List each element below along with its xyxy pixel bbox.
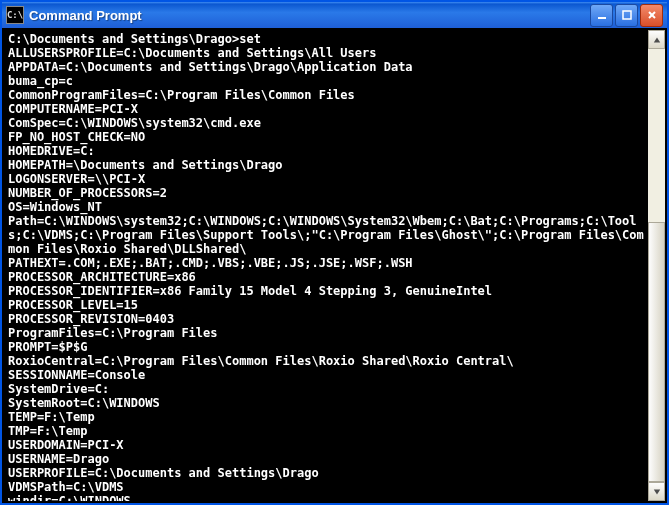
minimize-icon [597,10,607,20]
close-button[interactable] [640,4,663,27]
terminal-line: PROCESSOR_LEVEL=15 [8,298,644,312]
terminal-line: ALLUSERSPROFILE=C:\Documents and Setting… [8,46,644,60]
terminal-line: VDMSPath=C:\VDMS [8,480,644,494]
vertical-scrollbar[interactable] [648,30,665,501]
terminal-line: ComSpec=C:\WINDOWS\system32\cmd.exe [8,116,644,130]
terminal-line: TMP=F:\Temp [8,424,644,438]
terminal-line: TEMP=F:\Temp [8,410,644,424]
terminal-line: PROCESSOR_ARCHITECTURE=x86 [8,270,644,284]
svg-rect-0 [598,17,606,19]
maximize-button[interactable] [615,4,638,27]
maximize-icon [622,10,632,20]
scroll-up-button[interactable] [648,30,665,49]
scroll-track[interactable] [648,49,665,482]
terminal-line: COMPUTERNAME=PCI-X [8,102,644,116]
terminal-line: ProgramFiles=C:\Program Files [8,326,644,340]
svg-rect-1 [623,11,631,19]
terminal-line: HOMEPATH=\Documents and Settings\Drago [8,158,644,172]
terminal-line: RoxioCentral=C:\Program Files\Common Fil… [8,354,644,368]
terminal-line: PROCESSOR_REVISION=0403 [8,312,644,326]
terminal-line: CommonProgramFiles=C:\Program Files\Comm… [8,88,644,102]
terminal-line: HOMEDRIVE=C: [8,144,644,158]
terminal-line: windir=C:\WINDOWS [8,494,644,501]
terminal-line: APPDATA=C:\Documents and Settings\Drago\… [8,60,644,74]
client-area: C:\Documents and Settings\Drago>setALLUS… [4,30,665,501]
terminal-line: USERNAME=Drago [8,452,644,466]
svg-marker-4 [653,37,659,42]
terminal-line: buma_cp=c [8,74,644,88]
terminal-line: PATHEXT=.COM;.EXE;.BAT;.CMD;.VBS;.VBE;.J… [8,256,644,270]
chevron-down-icon [653,488,661,496]
terminal-line: SystemDrive=C: [8,382,644,396]
terminal-line: LOGONSERVER=\\PCI-X [8,172,644,186]
terminal-line: USERPROFILE=C:\Documents and Settings\Dr… [8,466,644,480]
command-prompt-window: C:\ Command Prompt C:\Documents and [0,0,669,505]
chevron-up-icon [653,36,661,44]
terminal-line: FP_NO_HOST_CHECK=NO [8,130,644,144]
terminal-line: PROMPT=$P$G [8,340,644,354]
terminal-line: Path=C:\WINDOWS\system32;C:\WINDOWS;C:\W… [8,214,644,256]
terminal-line: USERDOMAIN=PCI-X [8,438,644,452]
terminal-line: SystemRoot=C:\WINDOWS [8,396,644,410]
minimize-button[interactable] [590,4,613,27]
terminal-line: NUMBER_OF_PROCESSORS=2 [8,186,644,200]
terminal-line: SESSIONNAME=Console [8,368,644,382]
terminal-line: OS=Windows_NT [8,200,644,214]
titlebar[interactable]: C:\ Command Prompt [2,2,667,28]
scroll-thumb[interactable] [648,222,665,482]
window-title: Command Prompt [29,8,590,23]
terminal-line: C:\Documents and Settings\Drago>set [8,32,644,46]
terminal-line: PROCESSOR_IDENTIFIER=x86 Family 15 Model… [8,284,644,298]
scroll-down-button[interactable] [648,482,665,501]
window-buttons [590,4,663,27]
close-icon [647,10,657,20]
svg-marker-5 [653,489,659,494]
app-icon: C:\ [6,6,24,24]
terminal-output[interactable]: C:\Documents and Settings\Drago>setALLUS… [4,30,648,501]
